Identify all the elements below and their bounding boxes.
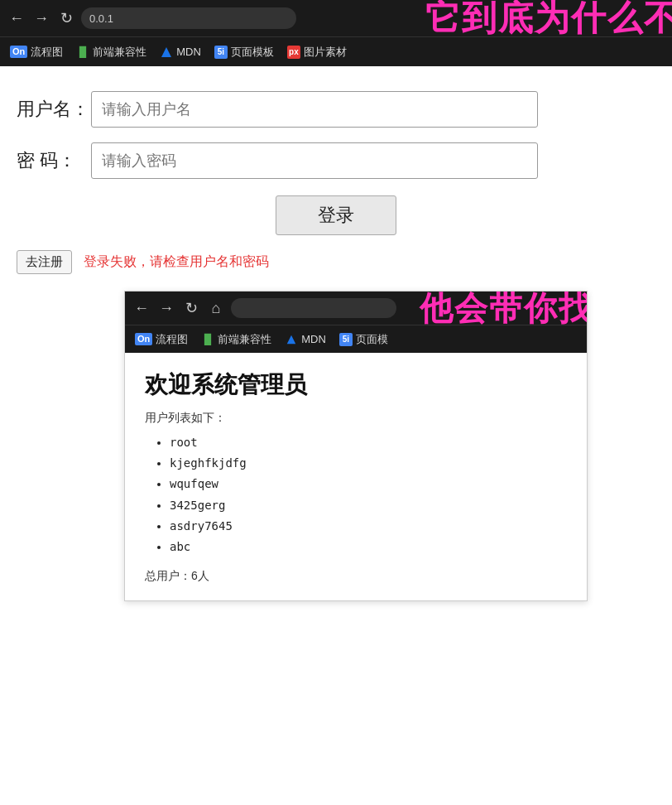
nested-bookmark-label-template: 页面模 — [356, 332, 388, 347]
list-item: asdry7645 — [170, 516, 567, 537]
nested-page-content: 欢迎系统管理员 用户列表如下： rootkjeghfkjdfgwqufqew34… — [125, 353, 587, 600]
bookmark-label-images: 图片素材 — [304, 45, 347, 60]
px-icon: px — [287, 46, 300, 59]
error-message: 登录失败，请检查用户名和密码 — [84, 253, 269, 271]
bookmark-label-mdn: MDN — [176, 46, 201, 58]
bottom-row: 去注册 登录失败，请检查用户名和密码 — [17, 250, 655, 274]
list-item: kjeghfkjdfg — [170, 453, 567, 474]
template-icon: 5i — [214, 46, 228, 59]
list-item: 3425gerg — [170, 495, 567, 516]
overlay-text-top: 它到底为什么不 — [425, 0, 672, 36]
list-item: wqufqew — [170, 474, 567, 494]
nested-reload-button[interactable]: ↻ — [181, 299, 201, 317]
bookmark-label-compat: 前端兼容性 — [93, 45, 146, 60]
password-row: 密 码： — [17, 142, 655, 179]
mdn-icon — [160, 46, 173, 59]
nested-bookmark-template[interactable]: 5i 页面模 — [334, 330, 393, 349]
user-list-label: 用户列表如下： — [145, 411, 567, 426]
bookmark-item-template[interactable]: 5i 页面模板 — [209, 43, 279, 61]
username-input[interactable] — [91, 91, 538, 128]
nested-bookmark-compat[interactable]: ▉ 前端兼容性 — [196, 330, 276, 349]
nested-bookmarks-bar: On 流程图 ▉ 前端兼容性 MDN 5i 页面模 — [125, 325, 587, 353]
nested-bookmark-label-flowchart: 流程图 — [156, 332, 188, 347]
list-item: root — [170, 432, 567, 453]
nested-overlay-text: 他会带你找 — [420, 292, 587, 325]
bookmark-item-images[interactable]: px 图片素材 — [282, 43, 352, 61]
on-badge-top: On — [10, 46, 27, 58]
bookmark-label-flowchart: 流程图 — [31, 45, 63, 60]
nested-url-bar[interactable] — [231, 298, 396, 318]
browser-top-bar: ← → ↻ 0.0.1 它到底为什么不 — [0, 0, 672, 36]
forward-button[interactable]: → — [31, 10, 51, 27]
nested-browser-window: ← → ↻ ⌂ 他会带你找 On 流程图 ▉ 前端兼容性 MDN — [124, 291, 588, 601]
chart-icon: ▉ — [76, 46, 89, 59]
back-button[interactable]: ← — [7, 10, 26, 27]
nested-mdn-icon — [285, 333, 298, 346]
nested-forward-button[interactable]: → — [156, 300, 176, 317]
svg-marker-0 — [161, 47, 171, 57]
nested-bookmark-label-compat: 前端兼容性 — [218, 332, 271, 347]
nested-bookmark-flowchart[interactable]: On 流程图 — [130, 330, 193, 349]
register-button[interactable]: 去注册 — [17, 250, 72, 274]
welcome-title: 欢迎系统管理员 — [145, 369, 567, 401]
username-label: 用户名： — [17, 97, 91, 122]
bookmarks-bar-top: On 流程图 ▉ 前端兼容性 MDN 5i 页面模板 px 图片素材 — [0, 36, 672, 66]
url-text: 0.0.1 — [89, 12, 113, 25]
bookmark-item-flowchart[interactable]: On 流程图 — [5, 43, 68, 61]
login-button[interactable]: 登录 — [276, 195, 396, 235]
nested-home-button[interactable]: ⌂ — [206, 300, 226, 317]
reload-button[interactable]: ↻ — [56, 9, 76, 27]
nested-bookmark-mdn[interactable]: MDN — [280, 331, 331, 348]
nested-chart-icon: ▉ — [201, 333, 214, 346]
total-users-text: 总用户：6人 — [145, 569, 567, 584]
bookmark-item-mdn[interactable]: MDN — [155, 44, 206, 60]
password-input[interactable] — [91, 142, 538, 179]
nested-bookmark-label-mdn: MDN — [301, 333, 326, 345]
bookmark-item-compat[interactable]: ▉ 前端兼容性 — [71, 43, 151, 61]
list-item: abc — [170, 537, 567, 557]
user-list: rootkjeghfkjdfgwqufqew3425gergasdry7645a… — [170, 432, 567, 557]
svg-marker-1 — [287, 335, 296, 344]
bookmark-label-template: 页面模板 — [231, 45, 274, 60]
nested-on-badge: On — [135, 333, 152, 345]
url-bar[interactable]: 0.0.1 — [81, 7, 296, 29]
username-row: 用户名： — [17, 91, 655, 128]
nested-browser-top-bar: ← → ↻ ⌂ 他会带你找 — [125, 292, 587, 325]
nested-back-button[interactable]: ← — [132, 300, 151, 317]
login-btn-row: 登录 — [17, 195, 655, 235]
main-page-content: 用户名： 密 码： 登录 去注册 登录失败，请检查用户名和密码 ← → ↻ ⌂ … — [0, 66, 672, 618]
nested-template-icon: 5i — [339, 333, 353, 346]
password-label: 密 码： — [17, 148, 91, 173]
